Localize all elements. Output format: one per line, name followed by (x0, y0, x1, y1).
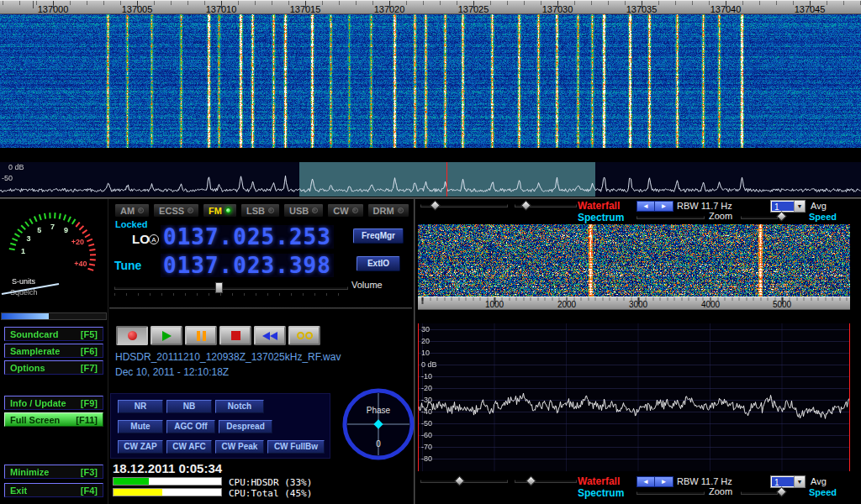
mode-button-lsb[interactable]: LSB (240, 203, 280, 218)
squelch-slider[interactable] (1, 312, 107, 320)
record-button[interactable] (116, 326, 148, 345)
s-units-label: S-units (12, 277, 35, 286)
avg-select-lower[interactable]: 1 ▼ (770, 475, 806, 488)
rf-frequency-ruler[interactable]: 137000 137005 137010 137015 137020 13702… (0, 0, 861, 14)
stop-icon (231, 331, 240, 340)
lo-frequency-display[interactable]: 0137.025.253 (161, 225, 334, 249)
dropdown-arrow-icon[interactable]: ▼ (794, 201, 805, 212)
exit-button[interactable]: Exit[F4] (4, 483, 103, 497)
audio-frequency-ruler[interactable]: 1000 2000 3000 4000 5000 (418, 297, 850, 310)
ruler-label: 2000 (541, 300, 592, 309)
ruler-label: 3000 (613, 300, 663, 309)
db-tick: -10 (421, 372, 432, 381)
mode-led (352, 207, 358, 213)
waterfall-brightness-thumb-lower[interactable] (454, 475, 465, 486)
recording-timestamp: Dec 10, 2011 - 12:10:18Z (115, 366, 229, 378)
rewind-button[interactable] (254, 326, 286, 345)
phase-indicator: Phase 0 (341, 386, 416, 463)
dropdown-arrow-icon[interactable]: ▼ (794, 476, 805, 487)
audio-spectrum-display[interactable] (418, 323, 850, 471)
volume-slider[interactable] (114, 286, 348, 290)
mode-button-ecss[interactable]: ECSS (153, 203, 199, 218)
mode-button-row: AM ECSS FM LSB USB CW DRM (114, 203, 409, 218)
mode-button-am[interactable]: AM (114, 203, 150, 218)
soundcard-button[interactable]: Soundcard[F5] (4, 327, 103, 341)
loop-button[interactable] (288, 326, 320, 345)
options-button[interactable]: Options[F7] (4, 360, 103, 375)
rewind-icon (262, 332, 277, 340)
mode-button-fm[interactable]: FM (203, 203, 237, 218)
spectrum-label-lower: Spectrum (578, 487, 624, 499)
info-update-button[interactable]: Info / Update[F9] (4, 396, 103, 410)
waterfall-contrast-thumb-upper[interactable] (520, 200, 531, 211)
svg-text:1: 1 (21, 247, 25, 255)
zoom-slider-right-upper[interactable] (741, 216, 778, 219)
pause-button[interactable] (185, 326, 217, 345)
extio-button[interactable]: ExtIO (357, 256, 400, 271)
zoom-slider-left-lower[interactable] (637, 491, 705, 495)
button-hotkey: [F9] (81, 398, 98, 408)
zoom-slider-right-lower[interactable] (741, 491, 778, 495)
zoom-in-button[interactable]: ► (655, 202, 673, 211)
avg-label-upper: Avg (811, 201, 827, 211)
zoom-slider-thumb-upper[interactable] (776, 211, 787, 222)
waterfall-brightness-thumb-upper[interactable] (430, 200, 441, 211)
mode-label: LSB (246, 206, 265, 216)
button-label: Soundcard (10, 329, 58, 339)
nr-button[interactable]: NR (118, 400, 163, 413)
cw-peak-button[interactable]: CW Peak (215, 440, 264, 454)
cpu-total-fill (114, 489, 162, 496)
cw-fullbw-button[interactable]: CW FullBw (267, 440, 325, 454)
mode-button-usb[interactable]: USB (283, 203, 324, 218)
lo-lock-badge[interactable]: A (149, 234, 159, 244)
play-button[interactable] (151, 326, 182, 345)
samplerate-button[interactable]: Samplerate[F6] (4, 344, 103, 358)
tune-frequency-display[interactable]: 0137.023.398 (161, 254, 334, 277)
waterfall-contrast-thumb-lower[interactable] (526, 475, 536, 486)
despread-button[interactable]: Despread (219, 420, 272, 433)
minimize-button[interactable]: Minimize[F3] (4, 465, 103, 479)
cw-afc-button[interactable]: CW AFC (166, 440, 212, 454)
waterfall-contrast-slider-lower[interactable] (515, 480, 577, 483)
avg-select-upper[interactable]: 1 ▼ (770, 200, 806, 213)
cpu-hdsdr-fill (114, 478, 149, 485)
mode-button-cw[interactable]: CW (327, 203, 363, 218)
avg-label-lower: Avg (811, 476, 827, 486)
audio-waterfall-display[interactable] (418, 224, 850, 297)
rf-waterfall-display[interactable] (0, 0, 861, 148)
db-tick: -30 (421, 396, 432, 404)
mode-button-drm[interactable]: DRM (367, 203, 409, 218)
notch-button[interactable]: Notch (215, 400, 264, 413)
db-tick: 30 (421, 325, 430, 333)
zoom-slider-thumb-lower[interactable] (776, 486, 787, 497)
zoom-slider-left-upper[interactable] (637, 216, 705, 219)
zoom-out-button[interactable]: ◄ (637, 202, 655, 211)
rbw-label-lower: RBW 11.7 Hz (677, 476, 732, 486)
ruler-label: 137035 (600, 4, 684, 14)
recording-filename: HDSDR_20111210_120938Z_137025kHz_RF.wav (115, 351, 341, 363)
stop-button[interactable] (219, 326, 251, 345)
freqmgr-button[interactable]: FreqMgr (353, 228, 404, 244)
fullscreen-button[interactable]: Full Screen[F11] (4, 412, 103, 427)
mode-led (268, 207, 274, 213)
ruler-label: 137015 (263, 4, 347, 14)
mute-button[interactable]: Mute (118, 420, 163, 433)
rf-spectrum-display[interactable] (0, 162, 861, 197)
zoom-label-upper: Zoom (709, 211, 732, 221)
cw-zap-button[interactable]: CW ZAP (118, 440, 163, 454)
zoom-out-button[interactable]: ◄ (637, 477, 655, 486)
zoom-in-button[interactable]: ► (655, 477, 673, 486)
volume-slider-thumb[interactable] (215, 282, 223, 293)
phase-value: 0 (376, 439, 381, 449)
ruler-label: 5000 (757, 300, 807, 309)
db-tick: 20 (421, 337, 430, 345)
loop-icon (297, 332, 313, 339)
audio-display-controls-lower: Waterfall ◄► RBW 11.7 Hz 1 ▼ Avg Spectru… (418, 475, 861, 499)
agc-off-button[interactable]: AGC Off (166, 420, 215, 433)
svg-text:7: 7 (50, 223, 55, 231)
ruler-label: 137020 (347, 4, 431, 14)
mode-led (188, 207, 193, 213)
nb-button[interactable]: NB (166, 400, 212, 413)
waterfall-label-upper: Waterfall (578, 200, 620, 212)
svg-text:3: 3 (26, 234, 30, 243)
